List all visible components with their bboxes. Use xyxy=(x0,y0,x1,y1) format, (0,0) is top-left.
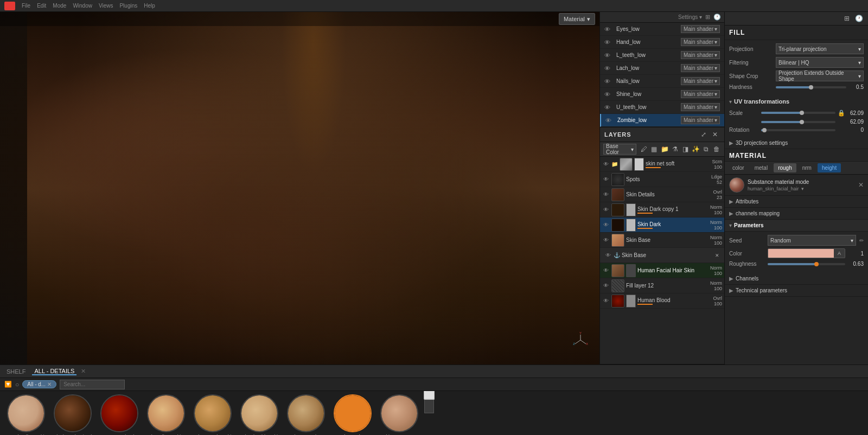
nav-item[interactable]: Help xyxy=(144,3,155,9)
layer-skin-dark-copy[interactable]: 👁 Skin Dark copy 1 Norm 100 xyxy=(600,202,724,218)
visibility-icon[interactable]: 👁 xyxy=(602,191,610,199)
shelf-item-male-lowerleg[interactable]: Male Lowerleg Skin 4 xyxy=(191,394,234,435)
close-tab-icon[interactable]: ✕ xyxy=(81,368,86,375)
filter-tag-active[interactable]: All - d... ✕ xyxy=(22,380,56,388)
layer-skin-base[interactable]: 👁 Skin Base Norm 100 xyxy=(600,233,724,248)
object-item-lach[interactable]: 👁 Lach_low Main shader▾ xyxy=(600,62,724,75)
shelf-item-human-blood[interactable]: Human Blood xyxy=(98,394,141,435)
color-swatch[interactable]: A xyxy=(768,248,845,258)
add-mask-btn[interactable]: ◨ xyxy=(681,144,690,154)
visibility-icon[interactable]: 👁 xyxy=(604,26,612,33)
shelf-item-male-fullarm[interactable]: Male Fullarm Skin 4 xyxy=(144,394,188,435)
3d-projection-row[interactable]: ▶ 3D projection settings xyxy=(725,137,868,149)
object-item-eyes[interactable]: 👁 Eyes_low Main shader▾ xyxy=(600,23,724,36)
shader-dropdown[interactable]: Main shader▾ xyxy=(681,64,720,72)
nav-item[interactable]: Edit xyxy=(37,3,46,9)
tab-shelf[interactable]: SHELF xyxy=(4,368,28,375)
filter-icon[interactable]: 🔽 xyxy=(4,381,12,388)
nav-item[interactable]: File xyxy=(22,3,30,9)
hardness-slider[interactable] xyxy=(776,86,846,88)
layer-human-blood[interactable]: 👁 Human Blood Ovrl 100 xyxy=(600,293,724,309)
filtering-dropdown[interactable]: Bilinear | HQ ▾ xyxy=(776,57,864,68)
close-icon[interactable]: ✕ xyxy=(858,181,864,189)
tab-metal[interactable]: metal xyxy=(750,163,772,172)
shader-dropdown[interactable]: Main shader▾ xyxy=(681,77,720,85)
tab-color[interactable]: color xyxy=(728,163,749,172)
close-icon[interactable]: ✕ xyxy=(710,130,720,139)
layer-spots[interactable]: 👁 Spots Ldge 52 xyxy=(600,172,724,187)
visibility-icon[interactable]: 👁 xyxy=(602,236,610,244)
expand-icon[interactable]: ⤢ xyxy=(699,130,709,139)
tab-all-details[interactable]: ALL - DETAILS xyxy=(32,368,76,375)
material-mode-dropdown[interactable]: Material ▾ xyxy=(559,13,595,25)
object-item-uteeth[interactable]: 👁 U_teeth_low Main shader▾ xyxy=(600,101,724,114)
visibility-icon[interactable]: 👁 xyxy=(602,282,610,290)
shelf-extra-item[interactable]: ⬜ xyxy=(424,391,434,413)
add-effect-btn[interactable]: ✨ xyxy=(691,144,700,154)
scale-slider-2[interactable] xyxy=(761,121,835,123)
shelf-item-micro-veins[interactable]: Micro Veins xyxy=(331,394,374,435)
visibility-icon[interactable]: 👁 xyxy=(602,221,610,229)
lock-icon[interactable]: 🔒 xyxy=(838,109,845,117)
attributes-row[interactable]: ▶ Attributes xyxy=(725,196,868,208)
layer-skin-base-group[interactable]: 👁 ⚓ Skin Base ✕ xyxy=(600,248,724,263)
shelf-item-skin-acne[interactable]: Skin Acne Scar xyxy=(378,394,421,435)
uv-header[interactable]: ▾ UV transformations xyxy=(725,96,868,107)
tab-rough[interactable]: rough xyxy=(774,163,796,172)
add-filter-btn[interactable]: ⚗ xyxy=(671,144,679,154)
shelf-item-male-shoulder[interactable]: Male Shoulder Skin 1 xyxy=(238,394,281,435)
object-item-nails[interactable]: 👁 Nails_low Main shader▾ xyxy=(600,75,724,88)
layer-skin-dark[interactable]: 👁 Skin Dark Norm 100 xyxy=(600,218,724,233)
close-icon[interactable]: ✕ xyxy=(712,251,722,260)
layer-human-facial[interactable]: 👁 Human Facial Hair Skin Norm 100 xyxy=(600,263,724,278)
seed-dropdown[interactable]: Random ▾ xyxy=(768,235,856,246)
technical-row[interactable]: ▶ Technical parameters xyxy=(725,285,868,297)
shader-dropdown[interactable]: Main shader▾ xyxy=(681,103,720,111)
visibility-icon[interactable]: 👁 xyxy=(604,91,612,98)
nav-item[interactable]: Window xyxy=(73,3,92,9)
add-group-btn[interactable]: 📁 xyxy=(660,144,669,154)
visibility-icon[interactable]: 👁 xyxy=(604,104,612,111)
visibility-icon[interactable]: 👁 xyxy=(602,206,610,214)
close-icon[interactable]: ✕ xyxy=(47,381,52,387)
rotation-slider[interactable] xyxy=(761,129,835,131)
edit-icon[interactable]: ✏ xyxy=(859,238,864,244)
visibility-icon[interactable]: 👁 xyxy=(602,161,610,168)
settings-btn[interactable]: Settings ▾ xyxy=(678,14,702,20)
object-item-zombie[interactable]: 👁 Zombie_low Main shader▾ xyxy=(600,114,724,127)
tab-nrm[interactable]: nrm xyxy=(798,163,816,172)
object-item-shine[interactable]: 👁 Shine_low Main shader▾ xyxy=(600,88,724,101)
shelf-item-male-upperchest[interactable]: Male Upperchest Skin 4 xyxy=(284,394,328,435)
add-paint-btn[interactable]: 🖊 xyxy=(640,144,648,154)
scale-slider[interactable] xyxy=(761,112,835,114)
roughness-slider[interactable] xyxy=(768,263,845,265)
shelf-item-female-elbow[interactable]: Female Elbow Skin 3 xyxy=(4,394,48,435)
viewport[interactable]: Material ▾ Y X Z xyxy=(0,12,599,364)
layer-fill-12[interactable]: 👁 Fill layer 12 Norm 100 xyxy=(600,278,724,293)
visibility-icon[interactable]: 👁 xyxy=(605,117,613,124)
chevron-down-icon[interactable]: ▾ xyxy=(801,186,804,191)
visibility-icon[interactable]: 👁 xyxy=(602,176,610,183)
channels-row[interactable]: ▶ Channels xyxy=(725,273,868,285)
visibility-icon[interactable]: 👁 xyxy=(604,52,612,59)
object-item-lteeth[interactable]: 👁 L_teeth_low Main shader▾ xyxy=(600,49,724,62)
shape-crop-dropdown[interactable]: Projection Extends Outside Shape ▾ xyxy=(776,71,864,81)
tab-height[interactable]: height xyxy=(818,163,841,172)
duplicate-btn[interactable]: ⧉ xyxy=(702,144,711,154)
object-item-hand[interactable]: 👁 Hand_low Main shader▾ xyxy=(600,36,724,49)
visibility-icon[interactable]: 👁 xyxy=(604,65,612,72)
shader-dropdown[interactable]: Main shader▾ xyxy=(681,90,720,98)
add-fill-btn[interactable]: ▦ xyxy=(650,144,659,154)
nav-item[interactable]: Views xyxy=(99,3,113,9)
grid-icon[interactable]: ⊞ xyxy=(842,14,852,23)
nav-item[interactable]: Plugins xyxy=(119,3,137,9)
layer-skin-details[interactable]: 👁 Skin Details Ovrl 23 xyxy=(600,187,724,202)
visibility-icon[interactable]: 👁 xyxy=(604,252,612,259)
blend-mode-dropdown[interactable]: Base Color ▾ xyxy=(603,144,636,155)
parameters-header[interactable]: ▾ Parameters xyxy=(725,220,868,232)
shader-dropdown[interactable]: Main shader▾ xyxy=(681,38,720,46)
visibility-icon[interactable]: 👁 xyxy=(602,297,610,305)
visibility-icon[interactable]: 👁 xyxy=(602,267,610,274)
shader-dropdown[interactable]: Main shader▾ xyxy=(681,116,720,124)
shelf-item-flesh-carbonized[interactable]: Flesh Carbonized xyxy=(51,394,94,435)
